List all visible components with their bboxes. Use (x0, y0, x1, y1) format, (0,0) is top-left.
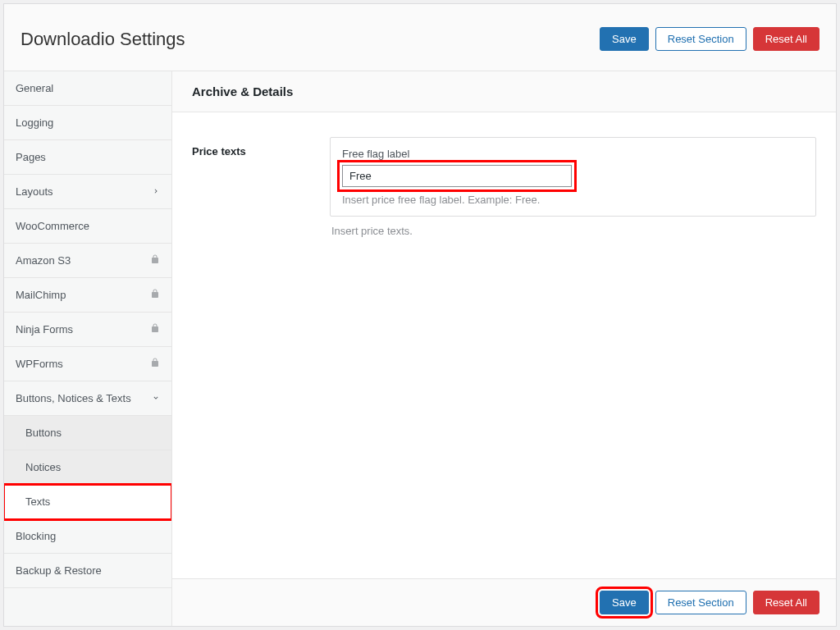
reset-section-button-bottom[interactable]: Reset Section (655, 591, 746, 614)
sidebar-item-label: Backup & Restore (16, 564, 102, 577)
lock-icon (150, 323, 160, 336)
sidebar-item-label: Ninja Forms (16, 323, 73, 336)
sidebar-item-notices[interactable]: Notices (4, 450, 171, 485)
input-help-text: Insert price free flag label. Example: F… (342, 194, 804, 206)
chevron-right-icon (152, 186, 160, 198)
sidebar-item-pages[interactable]: Pages (4, 140, 171, 175)
reset-all-button-bottom[interactable]: Reset All (753, 591, 819, 614)
sidebar-item-blocking[interactable]: Blocking (4, 519, 171, 554)
sidebar-item-label: Layouts (16, 185, 53, 198)
sidebar-item-label: Amazon S3 (16, 254, 71, 267)
sidebar-item-label: Blocking (16, 530, 56, 542)
sidebar-item-woocommerce[interactable]: WooCommerce (4, 209, 171, 244)
field-content: Free flag label Insert price free flag l… (330, 137, 816, 237)
sidebar-item-layouts[interactable]: Layouts (4, 175, 171, 209)
section-title: Archive & Details (172, 71, 836, 112)
lock-icon (150, 289, 160, 301)
reset-all-button-top[interactable]: Reset All (753, 27, 819, 51)
sidebar-item-label: Pages (16, 151, 46, 163)
sidebar-item-buttons-notices-texts[interactable]: Buttons, Notices & Texts (4, 381, 171, 416)
page-title: Downloadio Settings (21, 29, 185, 50)
sidebar-item-amazon-s3[interactable]: Amazon S3 (4, 244, 171, 278)
header-bar: Downloadio Settings Save Reset Section R… (4, 4, 836, 71)
outside-help-text: Insert price texts. (331, 225, 816, 237)
input-label: Free flag label (342, 148, 804, 160)
sidebar-item-label: WooCommerce (16, 220, 89, 232)
sidebar-item-general[interactable]: General (4, 71, 171, 106)
header-actions: Save Reset Section Reset All (600, 27, 819, 51)
lock-icon (150, 254, 160, 267)
field-label: Price texts (192, 137, 330, 158)
sidebar-item-ninja-forms[interactable]: Ninja Forms (4, 313, 171, 347)
sidebar-item-texts[interactable]: Texts (4, 485, 171, 519)
sidebar-item-label: Notices (25, 461, 61, 473)
body-wrap: GeneralLoggingPagesLayoutsWooCommerceAma… (4, 71, 836, 626)
sidebar-item-backup-restore[interactable]: Backup & Restore (4, 554, 171, 588)
sidebar-item-label: Buttons, Notices & Texts (16, 392, 131, 404)
save-button-bottom[interactable]: Save (600, 591, 649, 614)
settings-sidebar: GeneralLoggingPagesLayoutsWooCommerceAma… (4, 71, 172, 626)
sidebar-item-logging[interactable]: Logging (4, 106, 171, 140)
section-body: Price texts Free flag label Insert price… (172, 112, 836, 578)
settings-panel: Downloadio Settings Save Reset Section R… (3, 3, 837, 627)
reset-section-button-top[interactable]: Reset Section (655, 27, 746, 51)
sidebar-item-label: General (16, 82, 53, 94)
sidebar-item-buttons[interactable]: Buttons (4, 416, 171, 450)
sidebar-item-label: WPForms (16, 358, 63, 370)
footer-bar: Save Reset Section Reset All (172, 578, 836, 626)
chevron-down-icon (152, 393, 160, 404)
content-area: Archive & Details Price texts Free flag … (172, 71, 836, 626)
panel-box: Free flag label Insert price free flag l… (330, 137, 816, 217)
field-row: Price texts Free flag label Insert price… (192, 137, 816, 237)
sidebar-item-label: Texts (25, 495, 50, 508)
sidebar-item-label: Logging (16, 116, 53, 129)
sidebar-item-mailchimp[interactable]: MailChimp (4, 278, 171, 313)
sidebar-item-wpforms[interactable]: WPForms (4, 347, 171, 381)
lock-icon (150, 358, 160, 370)
save-button-top[interactable]: Save (600, 27, 649, 51)
sidebar-item-label: MailChimp (16, 289, 66, 301)
sidebar-item-label: Buttons (25, 427, 62, 439)
free-flag-input[interactable] (342, 165, 572, 187)
